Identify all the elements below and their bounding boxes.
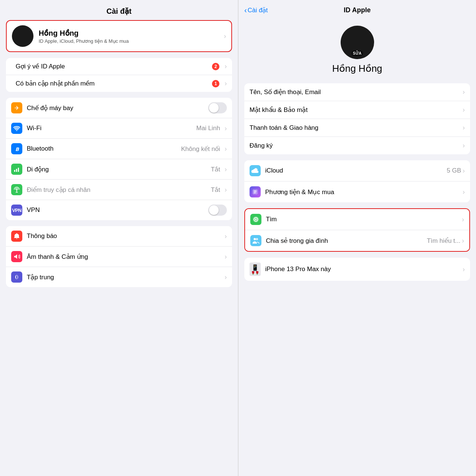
icloud-label: iCloud (265, 167, 447, 174)
purchase-label: Phương tiện & Mục mua (265, 188, 463, 196)
hotspot-icon (11, 184, 22, 195)
tim-label: Tìm (266, 216, 462, 223)
wifi-value: Mai Linh (196, 125, 220, 132)
profile-name: Hồng Hồng (39, 29, 221, 38)
svg-point-11 (256, 238, 258, 240)
subscriptions-chevron: › (463, 142, 465, 149)
cellular-label: Di động (27, 165, 211, 173)
wifi-chevron: › (225, 125, 227, 132)
svg-rect-1 (16, 169, 17, 172)
cellular-item[interactable]: Di động Tắt › (6, 159, 232, 180)
cellular-value: Tắt (211, 165, 220, 173)
section-system: Gợi ý về ID Apple 2 › Có bản cập nhật ph… (6, 58, 232, 92)
purchase-chevron: › (463, 188, 465, 196)
right-header: ‹ Cài đặt ID Apple (238, 0, 476, 18)
wifi-label: Wi-Fi (27, 125, 196, 132)
software-update-chevron: › (225, 80, 227, 87)
svg-rect-0 (14, 170, 15, 172)
apple-id-suggestion-badge: 2 (212, 63, 219, 70)
icloud-item[interactable]: iCloud 5 GB › (244, 160, 470, 181)
family-share-chevron: › (462, 237, 464, 245)
apple-id-name: Hồng Hồng (332, 63, 382, 74)
apple-id-suggestion-label: Gợi ý về ID Apple (16, 62, 212, 70)
profile-card[interactable]: Hồng Hồng ID Apple, iCloud, Phương tiện … (6, 20, 232, 52)
airplane-mode-label: Chế độ máy bay (27, 104, 208, 112)
family-share-item[interactable]: Chia sẻ trong gia đình Tìm hiểu t... › (245, 230, 469, 251)
sounds-label: Âm thanh & Cảm ứng (27, 253, 222, 261)
password-security-label: Mật khẩu & Bảo mật (250, 106, 463, 114)
airplane-mode-toggle[interactable] (208, 102, 227, 113)
family-share-label: Chia sẻ trong gia đình (266, 237, 427, 245)
purchase-icon (250, 186, 261, 197)
cellular-chevron: › (225, 165, 227, 173)
notifications-label: Thông báo (27, 232, 222, 240)
tim-icon (250, 214, 261, 225)
section-connectivity: ✈ Chế độ máy bay Wi-Fi Mai Linh › ʙ Blue… (6, 98, 232, 220)
device-chevron: › (463, 266, 465, 273)
back-chevron-icon: ‹ (244, 6, 247, 15)
right-section-services: iCloud 5 GB › Phương tiện & Mục mua › (244, 160, 470, 202)
wifi-item[interactable]: Wi-Fi Mai Linh › (6, 118, 232, 139)
profile-chevron: › (224, 32, 226, 40)
icloud-icon (250, 165, 261, 176)
payment-shipping-item[interactable]: Thanh toán & Giao hàng › (244, 119, 470, 137)
family-share-icon (250, 235, 261, 246)
vpn-toggle[interactable] (208, 205, 227, 216)
purchase-item[interactable]: Phương tiện & Mục mua › (244, 181, 470, 202)
svg-point-9 (255, 219, 257, 220)
family-share-value: Tìm hiểu t... (427, 237, 460, 245)
bluetooth-value: Không kết nối (181, 145, 220, 153)
profile-subtitle: ID Apple, iCloud, Phương tiện & Mục mua (39, 38, 221, 44)
bluetooth-item[interactable]: ʙ Bluetooth Không kết nối › (6, 139, 232, 159)
software-update-label: Có bản cập nhật phần mềm (16, 80, 212, 87)
notifications-item[interactable]: Thông báo › (6, 226, 232, 247)
device-item[interactable]: 📱 🌹🌹 iPhone 13 Pro Max này › (244, 258, 470, 281)
left-panel: Cài đặt Hồng Hồng ID Apple, iCloud, Phươ… (0, 0, 238, 476)
right-section-account: Tên, Số điện thoại, Email › Mật khẩu & B… (244, 83, 470, 154)
hotspot-chevron: › (225, 186, 227, 194)
notifications-chevron: › (225, 232, 227, 240)
sounds-icon (11, 251, 22, 262)
sounds-item[interactable]: Âm thanh & Cảm ứng › (6, 247, 232, 267)
back-label: Cài đặt (248, 6, 268, 14)
svg-point-10 (254, 238, 256, 240)
device-label: iPhone 13 Pro Max này (265, 266, 463, 273)
payment-shipping-label: Thanh toán & Giao hàng (250, 124, 463, 132)
focus-chevron: › (225, 273, 227, 281)
svg-rect-2 (18, 168, 19, 172)
device-thumb: 📱 🌹🌹 (250, 263, 261, 276)
vpn-label: VPN (27, 206, 208, 214)
vpn-item[interactable]: VPN VPN (6, 200, 232, 220)
airplane-icon: ✈ (11, 102, 22, 113)
payment-shipping-chevron: › (463, 124, 465, 132)
apple-id-suggestion-chevron: › (225, 62, 227, 70)
back-button[interactable]: ‹ Cài đặt (244, 6, 268, 15)
password-security-item[interactable]: Mật khẩu & Bảo mật › (244, 101, 470, 119)
subscriptions-label: Đăng ký (250, 142, 463, 149)
right-page-title: ID Apple (344, 6, 370, 14)
name-phone-email-chevron: › (463, 88, 465, 96)
software-update-badge: 1 (212, 80, 219, 87)
sua-label: SỬA (351, 51, 363, 56)
airplane-mode-item[interactable]: ✈ Chế độ máy bay (6, 98, 232, 118)
hotspot-item[interactable]: Điểm truy cập cá nhân Tắt › (6, 180, 232, 200)
apple-id-profile-section: SỬA Hồng Hồng (238, 18, 476, 80)
right-section-devices: 📱 🌹🌹 iPhone 13 Pro Max này › (244, 258, 470, 281)
name-phone-email-item[interactable]: Tên, Số điện thoại, Email › (244, 83, 470, 101)
subscriptions-item[interactable]: Đăng ký › (244, 137, 470, 154)
bluetooth-icon: ʙ (11, 143, 22, 154)
tim-item[interactable]: Tìm › (245, 209, 469, 230)
password-security-chevron: › (463, 106, 465, 114)
icloud-chevron: › (463, 167, 465, 175)
svg-point-3 (16, 189, 17, 190)
focus-item[interactable]: Tập trung › (6, 267, 232, 287)
section-notifications: Thông báo › Âm thanh & Cảm ứng › Tập (6, 226, 232, 287)
apple-id-avatar-wrap[interactable]: SỬA (341, 26, 374, 59)
hotspot-value: Tắt (211, 186, 220, 194)
profile-info: Hồng Hồng ID Apple, iCloud, Phương tiện … (39, 29, 221, 44)
software-update-item[interactable]: Có bản cập nhật phần mềm 1 › (6, 75, 232, 92)
bluetooth-label: Bluetooth (27, 145, 181, 152)
wifi-icon (11, 123, 22, 134)
apple-id-suggestion-item[interactable]: Gợi ý về ID Apple 2 › (6, 58, 232, 75)
left-title: Cài đặt (0, 0, 238, 20)
